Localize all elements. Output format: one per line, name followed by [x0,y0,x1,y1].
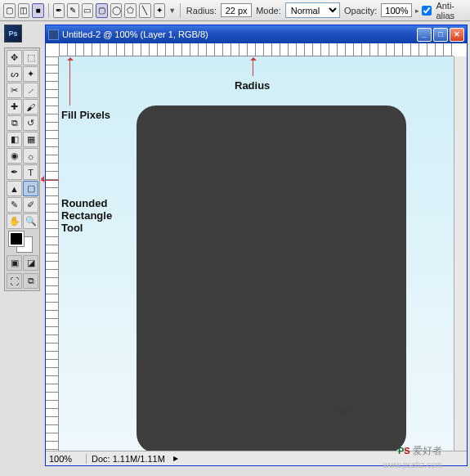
wand-tool-icon[interactable]: ✦ [23,66,38,82]
options-bar: ▢ ◫ ■ ✒ ✎ ▭ ▢ ◯ ⬠ ╲ ✦ ▼ Radius: Mode: No… [0,0,470,21]
dodge-tool-icon[interactable]: ☼ [23,148,38,164]
custom-shape-icon[interactable]: ✦ [154,3,166,18]
foreground-color-swatch[interactable] [9,231,24,246]
eraser-tool-icon[interactable]: ◧ [7,132,22,147]
screen-switch-icon[interactable]: ⧉ [23,273,38,289]
opacity-input[interactable] [381,3,412,17]
annotation-arrow [253,58,253,76]
opacity-label: Opacity: [344,6,377,16]
notes-tool-icon[interactable]: ✎ [7,197,22,213]
eyedrop-tool-icon[interactable]: ✐ [23,197,38,213]
fill-pixels-icon[interactable]: ■ [32,3,44,18]
vertical-ruler [46,56,59,451]
line-shape-icon[interactable]: ╲ [139,3,151,18]
brush-tool-icon[interactable]: 🖌 [23,99,38,115]
path-sel-tool-icon[interactable]: ▲ [7,181,22,196]
radius-label: Radius: [186,6,217,16]
rounded-rect-shape-icon[interactable]: ▢ [96,3,108,18]
antialias-checkbox[interactable] [422,6,432,16]
annotation-rounded-tool: Rounded Rectangle Tool [61,198,112,235]
pen-tool-icon[interactable]: ✒ [7,164,22,180]
watermark-brand: PS 爱好者 [398,439,442,458]
rect-shape-icon[interactable]: ▭ [82,3,94,18]
polygon-shape-icon[interactable]: ⬠ [124,3,137,18]
history-tool-icon[interactable]: ↺ [23,115,38,131]
ps-app-icon: Ps [4,25,22,43]
watermark-site: www.psahz.com [383,460,442,469]
canvas[interactable]: Radius Fill Pixels Rounded Rectangle Too… [59,56,454,451]
separator [180,3,181,18]
document-window: Untitled-2 @ 100% (Layer 1, RGB/8) _ □ ✕… [45,25,468,466]
maximize-button[interactable]: □ [433,28,448,42]
blur-tool-icon[interactable]: ◉ [7,148,22,164]
status-doc-size: Doc: 1.11M/1.11M [87,454,170,464]
document-icon [48,29,59,40]
color-swatches[interactable] [7,231,38,253]
lasso-tool-icon[interactable]: ᔕ [7,66,22,82]
type-tool-icon[interactable]: T [23,164,38,180]
quickmask-mode-icon[interactable]: ◪ [23,255,38,271]
rounded-rect-tool-icon[interactable]: ▢ [23,181,38,196]
status-zoom[interactable]: 100% [46,454,87,464]
stamp-tool-icon[interactable]: ⧉ [7,115,22,131]
status-arrow-icon[interactable]: ▶ [173,455,178,462]
annotation-arrowhead [38,176,44,182]
standard-mode-icon[interactable]: ▣ [7,255,22,271]
hand-tool-icon[interactable]: ✋ [7,213,22,229]
horizontal-ruler [59,43,454,56]
rounded-rectangle-shape [137,106,406,451]
close-button[interactable]: ✕ [450,28,464,42]
annotation-arrow [69,58,70,106]
move-tool-icon[interactable]: ✥ [7,50,22,65]
opacity-arrow-icon[interactable]: ▸ [415,7,419,15]
toolbox: ✥ ⬚ ᔕ ✦ ✂ ⟋ ✚ 🖌 ⧉ ↺ ◧ ▦ ◉ ☼ ✒ T ▲ ▢ ✎ ✐ … [4,47,40,291]
annotation-fill-pixels: Fill Pixels [61,109,110,121]
zoom-tool-icon[interactable]: 🔍 [23,213,38,229]
minimize-button[interactable]: _ [417,28,432,42]
separator [48,3,49,18]
pen-icon[interactable]: ✒ [53,3,65,18]
marquee-tool-icon[interactable]: ⬚ [23,50,38,65]
freeform-pen-icon[interactable]: ✎ [67,3,79,18]
screen-mode-icon[interactable]: ⛶ [7,273,22,289]
title-bar[interactable]: Untitled-2 @ 100% (Layer 1, RGB/8) _ □ ✕ [46,25,467,43]
radius-input[interactable] [221,3,252,17]
vertical-scrollbar[interactable] [454,56,467,451]
mode-label: Mode: [256,6,281,16]
crop-tool-icon[interactable]: ✂ [7,83,22,98]
ellipse-shape-icon[interactable]: ◯ [110,3,123,18]
shape-options-arrow-icon[interactable]: ▼ [168,7,176,15]
annotation-radius: Radius [235,79,270,92]
path-mode-icon[interactable]: ◫ [18,3,30,18]
antialias-label: Anti-alias [436,1,465,20]
gradient-tool-icon[interactable]: ▦ [23,132,38,147]
canvas-tag: 活力盒子 [323,406,356,418]
mode-select[interactable]: Normal [285,2,340,18]
shape-layer-icon[interactable]: ▢ [3,3,16,18]
heal-tool-icon[interactable]: ✚ [7,99,22,115]
window-title: Untitled-2 @ 100% (Layer 1, RGB/8) [62,29,415,39]
slice-tool-icon[interactable]: ⟋ [23,83,38,98]
